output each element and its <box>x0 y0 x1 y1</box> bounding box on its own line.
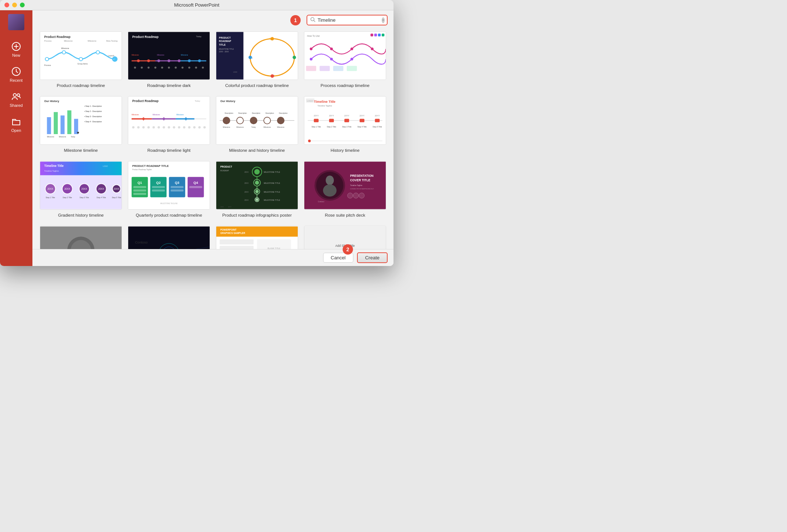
svg-point-44 <box>175 67 177 69</box>
svg-rect-88 <box>47 117 51 134</box>
template-thumb-8[interactable]: LOGO Timeline Title Timeline Tagline 20Y… <box>304 96 386 145</box>
svg-rect-24 <box>128 32 210 80</box>
template-item[interactable]: Product Roadmap Today <box>128 31 210 89</box>
sidebar-item-shared[interactable]: Shared <box>0 87 32 112</box>
svg-point-115 <box>137 126 139 128</box>
title-bar: Microsoft PowerPoint <box>0 0 394 10</box>
svg-text:Process: Process <box>44 64 51 66</box>
template-item[interactable]: Product Roadmap Today Milestone Mileston… <box>128 96 210 154</box>
svg-point-238 <box>323 184 337 196</box>
svg-text:Description: Description <box>225 112 233 114</box>
svg-point-37 <box>198 59 201 62</box>
svg-text:20YY: 20YY <box>228 206 232 208</box>
svg-rect-158 <box>314 119 319 122</box>
svg-text:Step 1 Title: Step 1 Title <box>312 126 321 128</box>
svg-rect-85 <box>382 34 384 36</box>
svg-point-128 <box>203 126 206 128</box>
template-label-11: Product roadmap infographics poster <box>222 213 292 218</box>
template-thumb-14[interactable]: Contoso <box>128 226 210 249</box>
template-item[interactable]: PRODUCT ROADMAP <box>216 161 298 218</box>
svg-text:Milestone: Milestone <box>157 54 164 56</box>
template-item[interactable]: Timeline Title Timeline Tagline LOGO 20X… <box>40 161 122 218</box>
svg-text:Milestone: Milestone <box>277 126 284 128</box>
svg-rect-161 <box>360 119 364 122</box>
svg-text:Today: Today <box>251 126 256 128</box>
template-thumb-10[interactable]: PRODUCT ROADMAP TITLE Product Roadmap Ta… <box>128 161 210 210</box>
svg-text:Timeline Title: Timeline Title <box>314 100 335 104</box>
template-item[interactable]: How To Use <box>304 31 386 89</box>
template-item[interactable]: Our History Milestone Milestone Today <box>216 96 298 154</box>
template-item[interactable]: PRODUCT ROADMAP TITLE Product Roadmap Ta… <box>128 161 210 218</box>
svg-text:Milestone: Milestone <box>132 114 139 116</box>
svg-point-45 <box>182 67 184 69</box>
svg-text:ROADMAP: ROADMAP <box>220 169 229 171</box>
svg-text:MILESTONE TITLE: MILESTONE TITLE <box>264 190 280 193</box>
svg-text:Description: Description <box>266 112 274 114</box>
svg-text:PRODUCT ROADMAP TITLE: PRODUCT ROADMAP TITLE <box>132 164 169 167</box>
template-thumb-12[interactable]: Contoso PRESENTATION COVER TITLE Timelin… <box>304 161 386 210</box>
svg-text:LOGO: LOGO <box>233 71 237 73</box>
template-thumb-2[interactable]: Product Roadmap Today <box>128 31 210 80</box>
svg-rect-80 <box>333 66 343 71</box>
svg-rect-78 <box>306 66 316 71</box>
search-clear-button[interactable]: ✕ <box>382 17 385 23</box>
template-item[interactable]: POWERPOINT GRAPHICS SAMPLER BLANK TITLE <box>216 226 298 249</box>
template-label-5: Milestone timeline <box>64 148 98 154</box>
template-thumb-15[interactable]: POWERPOINT GRAPHICS SAMPLER BLANK TITLE <box>216 226 298 249</box>
svg-point-66 <box>270 74 274 78</box>
sidebar-item-new[interactable]: New <box>0 37 32 62</box>
template-item[interactable]: ●●● <box>40 226 122 249</box>
svg-point-48 <box>202 67 204 69</box>
template-thumb-7[interactable]: Our History Milestone Milestone Today <box>216 96 298 145</box>
sidebar-item-recent[interactable]: Recent <box>0 62 32 87</box>
svg-point-116 <box>142 126 144 128</box>
svg-text:LOGO: LOGO <box>103 165 108 167</box>
template-item[interactable]: Contoso <box>128 226 210 249</box>
svg-text:20XX: 20XX <box>244 191 248 193</box>
template-item[interactable]: LOGO Timeline Title Timeline Tagline 20Y… <box>304 96 386 154</box>
svg-text:20XX: 20XX <box>98 188 104 190</box>
template-thumb-9[interactable]: Timeline Title Timeline Tagline LOGO 20X… <box>40 161 122 210</box>
template-thumb-13[interactable]: ●●● <box>40 226 122 249</box>
svg-text:Step 4 Title: Step 4 Title <box>97 196 106 199</box>
svg-rect-171 <box>40 162 122 175</box>
svg-point-127 <box>198 126 200 128</box>
svg-text:Beta Testing: Beta Testing <box>106 40 118 42</box>
svg-text:• Step 4 - Description: • Step 4 - Description <box>84 120 102 123</box>
search-box[interactable]: ✕ <box>307 15 388 25</box>
svg-point-223 <box>256 198 258 201</box>
svg-text:Description: Description <box>252 112 260 114</box>
template-item[interactable]: PRODUCT ROADMAP TITLE MILESTONE TITLE 20… <box>216 31 298 89</box>
svg-text:Description: Description <box>238 112 247 114</box>
svg-text:Step 3 Title: Step 3 Title <box>80 196 89 199</box>
svg-text:20YY: 20YY <box>375 115 380 117</box>
template-item[interactable]: Product Roadmap Process Milestone Milest… <box>40 31 122 89</box>
create-button[interactable]: Create <box>357 252 388 263</box>
template-thumb-5[interactable]: Our History Milestone Milestone Today • … <box>40 96 122 145</box>
maximize-button[interactable] <box>20 3 25 7</box>
template-item[interactable]: Contoso PRESENTATION COVER TITLE Timelin… <box>304 161 386 218</box>
template-thumb-1[interactable]: Product Roadmap Process Milestone Milest… <box>40 31 122 80</box>
svg-text:• Step 2 - Description: • Step 2 - Description <box>84 110 102 112</box>
svg-point-41 <box>154 67 157 69</box>
svg-point-245 <box>353 193 359 198</box>
svg-text:Q2: Q2 <box>156 181 161 184</box>
new-icon <box>11 41 21 52</box>
window-title: Microsoft PowerPoint <box>174 2 220 8</box>
template-thumb-3[interactable]: PRODUCT ROADMAP TITLE MILESTONE TITLE 20… <box>216 31 298 80</box>
template-item[interactable]: Our History Milestone Milestone Today • … <box>40 96 122 154</box>
close-button[interactable] <box>4 3 9 7</box>
svg-text:GRAPHICS SAMPLER: GRAPHICS SAMPLER <box>220 232 245 234</box>
svg-text:Milestone: Milestone <box>181 54 188 56</box>
svg-text:♥: ♥ <box>77 130 79 135</box>
template-thumb-6[interactable]: Product Roadmap Today Milestone Mileston… <box>128 96 210 145</box>
template-thumb-4[interactable]: How To Use <box>304 31 386 80</box>
sidebar-item-open[interactable]: Open <box>0 112 32 137</box>
minimize-button[interactable] <box>12 3 17 7</box>
svg-text:Our History: Our History <box>44 99 59 102</box>
template-thumb-11[interactable]: PRODUCT ROADMAP <box>216 161 298 210</box>
svg-text:• Step 3 - Description: • Step 3 - Description <box>84 115 102 118</box>
svg-rect-90 <box>60 115 64 134</box>
search-icon <box>310 17 315 23</box>
search-input[interactable] <box>318 17 379 23</box>
